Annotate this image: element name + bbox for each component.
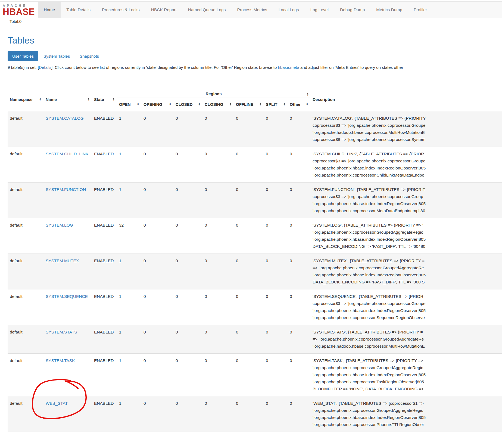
region-count-closed[interactable]: 0 (173, 218, 202, 254)
table-name-link[interactable]: SYSTEM.STATS (46, 330, 77, 334)
tab-system-tables[interactable]: System Tables (39, 51, 74, 61)
region-count-open[interactable]: 1 (117, 289, 141, 325)
sort-icon[interactable]: ▲▼ (229, 103, 232, 106)
column-header-split[interactable]: SPLIT ▲▼ (264, 97, 288, 111)
region-count-opening[interactable]: 0 (141, 218, 173, 254)
table-name-link[interactable]: SYSTEM.TASK (46, 358, 75, 363)
column-header-other[interactable]: Other ▲▼ (288, 97, 310, 111)
region-count-split[interactable]: 0 (264, 354, 288, 396)
column-header-name[interactable]: Name ▲▼ (43, 88, 92, 111)
table-name-link[interactable]: SYSTEM.FUNCTION (46, 187, 86, 192)
region-count-closing[interactable]: 0 (202, 111, 234, 147)
nav-item-process-metrics[interactable]: Process Metrics (231, 2, 273, 18)
region-count-other[interactable]: 0 (288, 254, 310, 289)
region-count-opening[interactable]: 0 (141, 147, 173, 182)
region-count-open[interactable]: 32 (117, 218, 141, 254)
region-count-other[interactable]: 0 (288, 111, 310, 147)
nav-item-named-queue-logs[interactable]: Named Queue Logs (182, 2, 232, 18)
region-count-other[interactable]: 0 (288, 396, 310, 432)
region-count-other[interactable]: 0 (288, 183, 310, 218)
region-count-closed[interactable]: 0 (173, 111, 202, 147)
sort-icon[interactable]: ▲▼ (88, 98, 90, 101)
region-count-other[interactable]: 0 (288, 147, 310, 182)
sort-icon[interactable]: ▲▼ (306, 103, 308, 106)
table-name-link[interactable]: SYSTEM.CHILD_LINK (46, 152, 89, 156)
sort-icon[interactable]: ▲▼ (113, 98, 115, 101)
region-count-closing[interactable]: 0 (202, 354, 234, 396)
column-group-regions[interactable]: Regions ▲▼ (117, 88, 310, 97)
region-count-split[interactable]: 0 (264, 289, 288, 325)
region-count-closed[interactable]: 0 (173, 147, 202, 182)
details-link[interactable]: Details (39, 65, 51, 70)
nav-item-procedures-locks[interactable]: Procedures & Locks (96, 2, 145, 18)
region-count-split[interactable]: 0 (264, 183, 288, 218)
region-count-opening[interactable]: 0 (141, 183, 173, 218)
region-count-offline[interactable]: 0 (234, 289, 264, 325)
table-name-link[interactable]: SYSTEM.CATALOG (46, 116, 84, 121)
region-count-other[interactable]: 0 (288, 325, 310, 353)
table-name-link[interactable]: SYSTEM.SEQUENCE (46, 294, 88, 299)
region-count-closed[interactable]: 0 (173, 325, 202, 353)
tab-snapshots[interactable]: Snapshots (75, 51, 104, 61)
nav-item-hbck-report[interactable]: HBCK Report (145, 2, 182, 18)
region-count-other[interactable]: 0 (288, 218, 310, 254)
sort-icon[interactable]: ▲▼ (283, 103, 285, 106)
table-name-link[interactable]: WEB_STAT (46, 401, 68, 406)
sort-icon[interactable]: ▲▼ (169, 103, 171, 106)
region-count-opening[interactable]: 0 (141, 325, 173, 353)
region-count-open[interactable]: 1 (117, 183, 141, 218)
region-count-split[interactable]: 0 (264, 147, 288, 182)
region-count-offline[interactable]: 0 (234, 218, 264, 254)
region-count-opening[interactable]: 0 (141, 396, 173, 432)
tab-user-tables[interactable]: User Tables (8, 51, 38, 61)
nav-item-profiler[interactable]: Profiler (408, 2, 433, 18)
region-count-offline[interactable]: 0 (234, 147, 264, 182)
region-count-offline[interactable]: 0 (234, 254, 264, 289)
sort-icon[interactable]: ▲▼ (307, 93, 309, 96)
nav-item-home[interactable]: Home (38, 2, 61, 18)
sort-icon[interactable]: ▲▼ (39, 98, 41, 101)
column-header-closing[interactable]: CLOSING ▲▼ (202, 97, 234, 111)
hbase-logo[interactable]: APACHE HBASE (0, 2, 38, 18)
region-count-split[interactable]: 0 (264, 111, 288, 147)
region-count-closing[interactable]: 0 (202, 325, 234, 353)
sort-icon[interactable]: ▲▼ (198, 103, 200, 106)
region-count-closing[interactable]: 0 (202, 289, 234, 325)
region-count-closed[interactable]: 0 (173, 289, 202, 325)
region-count-opening[interactable]: 0 (141, 111, 173, 147)
column-header-offline[interactable]: OFFLINE ▲▼ (234, 97, 264, 111)
region-count-opening[interactable]: 0 (141, 289, 173, 325)
nav-item-metrics-dump[interactable]: Metrics Dump (370, 2, 408, 18)
region-count-other[interactable]: 0 (288, 289, 310, 325)
region-count-split[interactable]: 0 (264, 396, 288, 432)
region-count-offline[interactable]: 0 (234, 396, 264, 432)
region-count-closed[interactable]: 0 (173, 354, 202, 396)
region-count-closing[interactable]: 0 (202, 183, 234, 218)
region-count-open[interactable]: 1 (117, 254, 141, 289)
region-count-closing[interactable]: 0 (202, 147, 234, 182)
column-header-closed[interactable]: CLOSED ▲▼ (173, 97, 202, 111)
nav-item-debug-dump[interactable]: Debug Dump (334, 2, 370, 18)
region-count-open[interactable]: 1 (117, 396, 141, 432)
region-count-closing[interactable]: 0 (202, 218, 234, 254)
table-name-link[interactable]: SYSTEM.MUTEX (46, 258, 79, 263)
region-count-open[interactable]: 1 (117, 325, 141, 353)
column-header-namespace[interactable]: Namespace ▲▼ (8, 88, 43, 111)
region-count-closing[interactable]: 0 (202, 254, 234, 289)
hbase-meta-link[interactable]: hbase:meta (278, 65, 299, 70)
region-count-closing[interactable]: 0 (202, 396, 234, 432)
region-count-offline[interactable]: 0 (234, 354, 264, 396)
region-count-open[interactable]: 1 (117, 147, 141, 182)
region-count-closed[interactable]: 0 (173, 396, 202, 432)
region-count-opening[interactable]: 0 (141, 254, 173, 289)
region-count-opening[interactable]: 0 (141, 354, 173, 396)
sort-icon[interactable]: ▲▼ (259, 103, 261, 106)
region-count-offline[interactable]: 0 (234, 183, 264, 218)
region-count-open[interactable]: 1 (117, 354, 141, 396)
sort-icon[interactable]: ▲▼ (137, 103, 139, 106)
region-count-split[interactable]: 0 (264, 218, 288, 254)
region-count-split[interactable]: 0 (264, 254, 288, 289)
region-count-closed[interactable]: 0 (173, 183, 202, 218)
region-count-offline[interactable]: 0 (234, 111, 264, 147)
region-count-closed[interactable]: 0 (173, 254, 202, 289)
